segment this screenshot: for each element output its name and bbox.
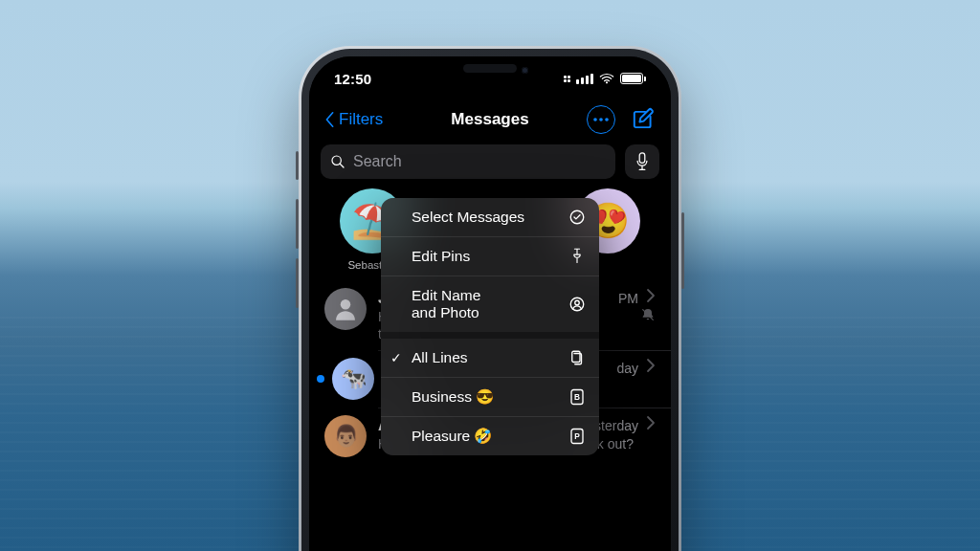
chevron-left-icon	[324, 111, 336, 128]
svg-point-1	[593, 118, 597, 121]
menu-item-edit-pins[interactable]: Edit Pins	[381, 236, 599, 276]
avatar	[324, 288, 367, 330]
more-menu-button[interactable]	[587, 105, 615, 134]
ellipsis-icon	[593, 118, 609, 121]
svg-point-6	[341, 299, 351, 310]
chevron-right-icon	[646, 358, 656, 373]
power-button	[681, 212, 684, 289]
volume-up-button	[296, 199, 299, 249]
dictate-button[interactable]	[625, 144, 659, 179]
svg-point-0	[605, 81, 607, 83]
search-icon	[330, 154, 345, 169]
phone-frame: 12:50	[299, 46, 681, 551]
sims-icon	[568, 349, 586, 366]
svg-text:P: P	[574, 432, 580, 441]
check-circle-icon	[568, 209, 586, 226]
person-icon	[332, 296, 359, 322]
status-time: 12:50	[334, 71, 371, 87]
search-placeholder: Search	[353, 153, 402, 170]
battery-icon	[620, 73, 647, 84]
svg-point-9	[575, 300, 580, 305]
menu-item-pleasure[interactable]: Pleasure 🤣 P	[381, 416, 599, 455]
svg-text:B: B	[574, 393, 580, 402]
status-bar: 12:50	[309, 56, 671, 100]
ringer-switch	[296, 151, 299, 180]
compose-button[interactable]	[631, 107, 656, 132]
muted-icon	[640, 307, 656, 322]
menu-item-label: Edit Pins	[412, 248, 470, 265]
timestamp: PM	[618, 291, 638, 306]
chevron-right-icon	[646, 288, 656, 303]
more-menu-popover: Select Messages Edit Pins Edit Name and …	[381, 198, 599, 455]
person-circle-icon	[568, 296, 586, 313]
back-label: Filters	[339, 110, 383, 129]
screen: 12:50	[309, 56, 671, 551]
sim-p-icon: P	[568, 428, 586, 445]
cellular-icon	[576, 74, 593, 84]
checkmark-icon: ✓	[390, 350, 402, 365]
chevron-right-icon	[646, 415, 656, 430]
menu-item-label: Pleasure 🤣	[412, 428, 492, 445]
wifi-icon	[599, 73, 614, 84]
menu-item-label: All Lines	[412, 349, 468, 366]
svg-point-3	[605, 118, 609, 121]
menu-item-all-lines[interactable]: ✓ All Lines	[381, 332, 599, 377]
volume-down-button	[296, 258, 299, 308]
avatar: 🐄	[332, 358, 374, 400]
menu-item-select-messages[interactable]: Select Messages	[381, 198, 599, 236]
timestamp: day	[616, 361, 638, 376]
menu-item-business[interactable]: Business 😎 B	[381, 377, 599, 416]
menu-item-label: Select Messages	[412, 209, 524, 226]
dual-sim-icon	[564, 76, 570, 82]
menu-item-label: Business 😎	[412, 388, 494, 406]
back-button[interactable]: Filters	[324, 110, 383, 129]
menu-item-label: Edit Name and Photo	[412, 287, 480, 321]
svg-point-2	[599, 118, 603, 121]
sim-b-icon: B	[568, 388, 586, 406]
menu-item-edit-name-photo[interactable]: Edit Name and Photo	[381, 276, 599, 332]
microphone-icon	[635, 152, 649, 171]
page-title: Messages	[451, 110, 528, 129]
avatar: 👨🏽	[324, 415, 367, 457]
search-input[interactable]: Search	[321, 144, 615, 179]
nav-bar: Filters Messages	[309, 100, 671, 139]
svg-rect-5	[639, 153, 645, 164]
unread-dot	[317, 375, 324, 383]
pin-icon	[568, 248, 586, 265]
